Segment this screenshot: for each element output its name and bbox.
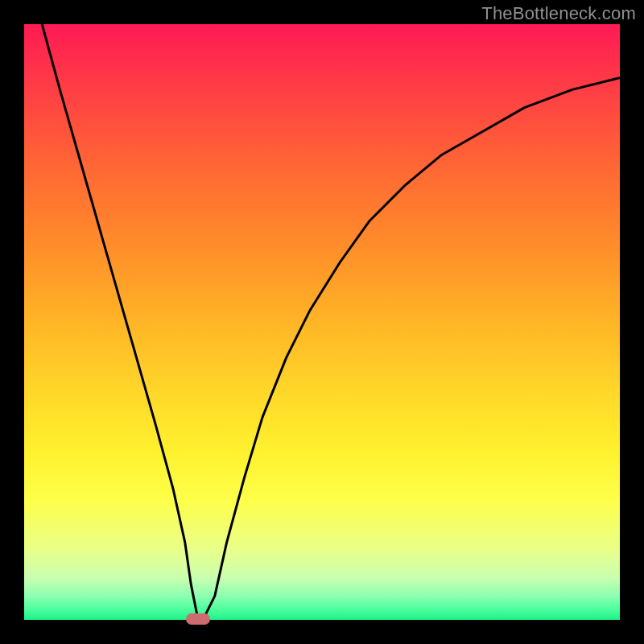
curve-svg xyxy=(24,24,620,620)
bottleneck-curve-path xyxy=(42,24,620,620)
watermark-text: TheBottleneck.com xyxy=(481,3,636,24)
plot-area xyxy=(24,24,620,620)
optimum-marker xyxy=(186,613,210,625)
chart-frame: TheBottleneck.com xyxy=(0,0,644,644)
